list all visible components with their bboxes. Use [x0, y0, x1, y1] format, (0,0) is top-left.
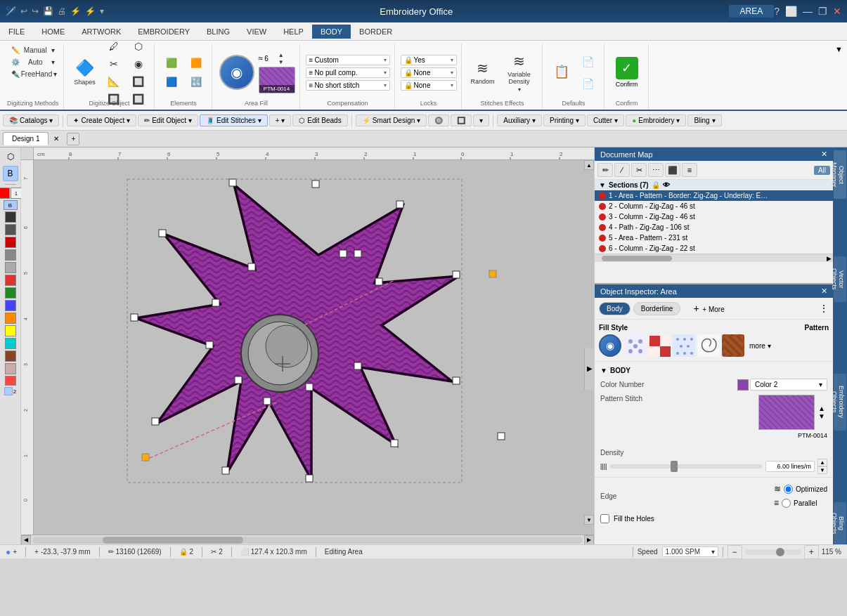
menu-home[interactable]: HOME	[33, 25, 73, 39]
dm-line-btn[interactable]: ∕	[614, 163, 630, 177]
pattern-up[interactable]: ▲	[818, 405, 825, 412]
cutter-btn[interactable]: Cutter ▾	[587, 114, 624, 126]
confirm-btn[interactable]: ✓ Confirm	[610, 48, 644, 96]
elem-tool3[interactable]: 🟦	[160, 74, 183, 91]
shapes-btn[interactable]: 🔷 Shapes	[70, 48, 101, 96]
digi-tool7[interactable]: 🔲	[127, 74, 150, 89]
section-item-6[interactable]: 6 - Column - Zig-Zag - 22 st	[595, 243, 833, 254]
color-red2[interactable]	[5, 237, 16, 248]
color-dark[interactable]	[5, 224, 16, 235]
redo-btn[interactable]: ↪	[32, 6, 39, 16]
color-red3[interactable]	[5, 275, 16, 286]
select-btn[interactable]: 🔲	[451, 114, 472, 126]
no-pull-dropdown[interactable]: ≡ No pull comp. ▾	[306, 67, 390, 78]
scroll-thumb[interactable]	[103, 537, 243, 544]
close-tab-btn[interactable]: ✕	[50, 133, 63, 145]
color-yellow[interactable]	[5, 325, 16, 336]
auto-btn[interactable]: ⚙️ Auto ▾	[8, 57, 58, 67]
area-fill-icon-btn[interactable]: ◉	[218, 53, 256, 91]
section-item-1[interactable]: 1 - Area - Pattern - Border: Zig-Zag - U…	[595, 190, 833, 201]
color-light[interactable]	[5, 262, 16, 273]
pattern-scroll[interactable]: ▲ ▼	[816, 405, 827, 420]
menu-file[interactable]: FILE	[0, 25, 33, 39]
dm-nodes-btn[interactable]: ⋯	[648, 163, 664, 177]
speed-dropdown[interactable]: 1.000 SPM ▾	[662, 546, 718, 557]
density-down[interactable]: ▼	[817, 466, 827, 474]
menu-help[interactable]: HELP	[275, 25, 312, 39]
density-thumb[interactable]	[671, 461, 678, 472]
maximize-btn[interactable]: ❐	[818, 6, 827, 17]
color-indicator[interactable]: 2	[4, 387, 16, 395]
scroll-right-btn[interactable]: ▶	[584, 348, 594, 390]
density-up[interactable]: ▲	[817, 459, 827, 466]
quick-print-btn[interactable]: 🖨	[58, 6, 66, 16]
more-swatches-btn[interactable]: more ▾	[746, 341, 774, 351]
elem-tool2[interactable]: 🟧	[185, 55, 207, 72]
dm-pencil-btn[interactable]: ✏	[597, 163, 613, 177]
dm-all-btn[interactable]: All	[814, 166, 830, 175]
random-btn[interactable]: ≋ Random	[467, 48, 498, 96]
create-object-btn[interactable]: ✦ Create Object ▾	[67, 114, 136, 126]
menu-body[interactable]: BODY	[312, 25, 351, 39]
fill-swatch-3[interactable]	[648, 334, 671, 357]
none2-dropdown[interactable]: 🔒 None ▾	[401, 80, 457, 91]
none1-dropdown[interactable]: 🔒 None ▾	[401, 67, 457, 78]
color-med[interactable]	[5, 249, 16, 261]
catalogs-btn[interactable]: 📚 Catalogs ▾	[3, 114, 59, 126]
edit-stitches-btn[interactable]: 🧵 Edit Stitches ▾	[200, 114, 268, 126]
bling-btn[interactable]: Bling ▾	[687, 114, 721, 126]
smart-design-btn[interactable]: ⚡ Smart Design ▾	[356, 114, 427, 126]
scroll-down-btn[interactable]: ▼	[584, 515, 594, 525]
extra-btn[interactable]: ▾	[473, 114, 489, 126]
minimize-btn[interactable]: —	[803, 6, 813, 17]
defaults-btn3[interactable]: 📄	[577, 74, 600, 93]
digi-tool2[interactable]: ✂	[103, 56, 125, 72]
object-manager-tab[interactable]: Object Manager	[834, 150, 846, 199]
close-btn[interactable]: ✕	[833, 6, 841, 17]
edit-object-btn[interactable]: ✏ Edit Object ▾	[138, 114, 198, 126]
borderline-tab[interactable]: Borderline	[633, 302, 681, 315]
menu-border[interactable]: BORDER	[351, 25, 401, 39]
inspector-close[interactable]: ✕	[821, 287, 827, 296]
parallel-radio[interactable]	[782, 499, 791, 508]
scroll-up-btn[interactable]: ▲	[584, 160, 594, 170]
density-input[interactable]	[765, 461, 815, 472]
color-green[interactable]	[5, 287, 16, 299]
fill-swatch-6[interactable]	[722, 334, 744, 357]
printing-btn[interactable]: Printing ▾	[543, 114, 586, 126]
auxiliary-btn[interactable]: Auxiliary ▾	[497, 114, 542, 126]
quick-tool2[interactable]: ⚡	[85, 6, 96, 16]
dm-scissors-btn[interactable]: ✂	[631, 163, 647, 177]
digi-tool1[interactable]: 🖊	[103, 39, 125, 54]
bling-objects-tab[interactable]: Bling Objects	[834, 502, 846, 544]
color-pink[interactable]	[5, 363, 16, 374]
add-node-btn[interactable]: + ▾	[269, 114, 292, 126]
fill-swatch-4[interactable]	[673, 334, 695, 357]
design1-tab[interactable]: Design 1	[3, 132, 49, 145]
ptm-pattern[interactable]: PTM-0014	[259, 67, 295, 93]
tool-node[interactable]: B	[3, 166, 18, 181]
fill-swatch-5[interactable]	[697, 334, 720, 357]
new-tab-btn[interactable]: +	[67, 133, 79, 145]
fill-swatch-2[interactable]	[623, 334, 646, 357]
manual-btn[interactable]: ✏️ Manual ▾	[8, 45, 58, 55]
defaults-btn1[interactable]: 📋	[548, 48, 575, 96]
defaults-btn2[interactable]: 📄	[577, 52, 600, 72]
body-tab[interactable]: Body	[599, 302, 631, 315]
variable-density-btn[interactable]: ≋ Variable Density ▾	[501, 48, 538, 96]
doc-map-close[interactable]: ✕	[821, 150, 827, 159]
color-tool1[interactable]: B	[4, 200, 18, 210]
zoom-out-btn[interactable]: −	[728, 545, 742, 559]
freehand-btn[interactable]: ✒️ FreeHand ▾	[8, 69, 58, 79]
scroll-right-doc[interactable]: ▶	[825, 254, 833, 263]
zoom-thumb[interactable]	[776, 548, 784, 556]
undo-btn[interactable]: ↩	[20, 6, 27, 16]
digi-tool5[interactable]: ⬡	[127, 39, 150, 54]
embroidery-btn[interactable]: ● Embroidery ▾	[626, 114, 686, 126]
ribbon-expand[interactable]: ▼	[834, 44, 844, 110]
doc-map-scroll[interactable]: ▶	[595, 254, 833, 262]
help-btn[interactable]: ?	[774, 6, 780, 17]
section-item-3[interactable]: 3 - Column - Zig-Zag - 46 st	[595, 211, 833, 222]
quick-save-btn[interactable]: 💾	[43, 6, 53, 16]
scroll-left-btn[interactable]: ◀	[21, 535, 31, 545]
